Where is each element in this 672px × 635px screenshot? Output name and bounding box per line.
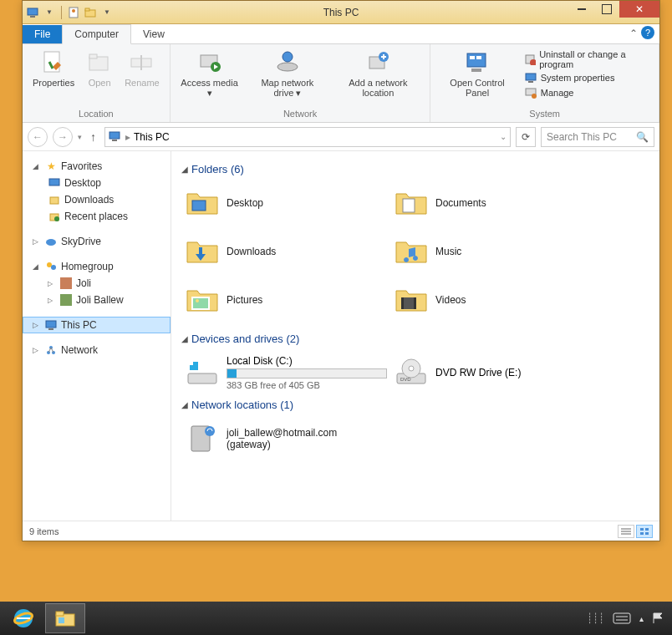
folder-documents[interactable]: Documents [390,182,599,224]
user-icon [59,277,73,290]
history-dropdown-icon[interactable]: ▾ [78,133,82,141]
svg-rect-69 [56,612,64,616]
sidebar-homegroup[interactable]: ◢ Homegroup [23,258,171,275]
expand-arrow-icon[interactable]: ◢ [33,262,41,271]
folder-downloads[interactable]: Downloads [181,231,390,272]
view-toggles [618,525,653,538]
sidebar-downloads[interactable]: Downloads [23,191,171,208]
close-button[interactable] [619,1,659,18]
folder-icon [394,234,429,269]
details-view-button[interactable] [618,525,634,538]
properties-button[interactable]: Properties [28,48,79,107]
svg-rect-71 [613,613,630,623]
expand-arrow-icon[interactable]: ◢ [33,162,41,170]
back-button[interactable]: ← [28,127,48,147]
folder-pictures[interactable]: Pictures [181,279,390,321]
collapse-arrow-icon: ◢ [181,165,188,174]
drives-header-label: Devices and drives (2) [191,333,299,345]
manage-button[interactable]: Manage [524,86,650,99]
drives-group-header[interactable]: ◢ Devices and drives (2) [181,333,649,345]
folder-label: Videos [435,294,466,306]
ribbon-collapse-icon[interactable]: ⌃ [629,28,638,39]
folder-desktop[interactable]: Desktop [181,182,390,224]
homegroup-icon [44,260,58,273]
add-location-label: Add a network location [336,78,420,98]
forward-button[interactable]: → [53,127,73,147]
dvd-icon: DVD [394,355,429,390]
control-panel-button[interactable]: Open Control Panel [435,48,518,107]
breadcrumb-chevron-icon[interactable]: ▸ [125,131,130,143]
netloc-item[interactable]: joli_ballew@hotmail.com (gateway) [181,418,390,460]
sidebar-network[interactable]: ▷ Network [23,342,171,358]
svg-rect-19 [476,56,481,59]
manage-icon [524,86,537,99]
sidebar-hg-user2[interactable]: ▷ Joli Ballew [23,292,171,308]
svg-rect-8 [89,54,97,58]
taskbar-ie[interactable] [3,603,43,633]
system-tray: ┊┊┊ ▴ [587,612,669,625]
folder-videos[interactable]: Videos [390,279,599,321]
svg-point-3 [72,9,75,13]
hg-user2-label: Joli Ballew [76,294,124,306]
qat-icon-computer[interactable] [26,6,39,19]
sys-props-icon [524,71,537,84]
expand-arrow-icon[interactable]: ▷ [33,321,41,329]
folders-group-header[interactable]: ◢ Folders (6) [181,163,649,175]
downloads-icon [48,193,61,206]
maximize-button[interactable] [594,1,619,18]
properties-icon[interactable] [67,6,80,19]
svg-point-55 [409,366,414,371]
flag-icon[interactable] [652,612,664,625]
map-drive-icon [274,49,301,76]
add-location-button[interactable]: Add a network location [331,48,425,107]
sidebar-hg-user1[interactable]: ▷ Joli [23,275,171,292]
sidebar-favorites[interactable]: ◢ ★ Favorites [23,158,171,175]
tab-view[interactable]: View [131,25,176,43]
rename-label: Rename [125,78,160,88]
sidebar-recent[interactable]: Recent places [23,208,171,225]
search-input[interactable]: Search This PC 🔍 [541,127,654,147]
access-media-button[interactable]: Access media ▾ [176,48,244,107]
svg-rect-28 [112,140,117,141]
map-drive-button[interactable]: Map network drive ▾ [245,48,329,107]
taskbar-explorer[interactable] [45,603,85,633]
icons-view-button[interactable] [636,525,653,538]
netloc-icon [185,421,220,456]
help-icon[interactable]: ? [641,26,654,39]
sys-props-button[interactable]: System properties [524,71,650,84]
folder-music[interactable]: Music [390,231,599,272]
sidebar-desktop[interactable]: Desktop [23,175,171,191]
drive-local[interactable]: Local Disk (C:) 383 GB free of 405 GB [181,352,390,394]
content-pane: ◢ Folders (6) Desktop Documents Download… [171,151,659,521]
tray-chevron-icon[interactable]: ▴ [639,614,644,623]
qat-dropdown-icon-2[interactable]: ▼ [100,6,114,19]
netloc-group-header[interactable]: ◢ Network locations (1) [181,399,649,411]
address-dropdown-icon[interactable]: ⌄ [500,132,507,141]
expand-arrow-icon[interactable]: ▷ [33,237,41,246]
sys-props-label: System properties [541,73,615,83]
svg-rect-24 [528,81,533,83]
up-button[interactable]: ↑ [87,130,99,144]
qat-dropdown-icon[interactable]: ▼ [43,6,56,19]
drive-dvd[interactable]: DVD DVD RW Drive (E:) [390,352,599,394]
expand-arrow-icon[interactable]: ▷ [48,280,56,287]
manage-label: Manage [541,88,574,98]
address-bar[interactable]: ▸ This PC ⌄ [104,127,511,147]
refresh-button[interactable]: ⟳ [516,127,536,147]
svg-rect-48 [401,297,404,309]
user-icon [59,293,73,307]
uninstall-button[interactable]: Uninstall or change a program [524,49,650,69]
status-item-count: 9 items [29,526,59,536]
svg-rect-27 [109,132,120,139]
minimize-button[interactable] [569,1,594,18]
sidebar-skydrive[interactable]: ▷ SkyDrive [23,233,171,250]
new-folder-icon[interactable] [84,6,97,19]
expand-arrow-icon[interactable]: ▷ [33,346,41,354]
keyboard-icon[interactable] [613,612,631,624]
collapse-arrow-icon: ◢ [181,400,188,409]
tab-computer[interactable]: Computer [62,24,131,44]
sidebar-thispc[interactable]: ▷ This PC [23,317,171,333]
tab-file[interactable]: File [23,25,62,43]
status-bar: 9 items [23,521,659,541]
expand-arrow-icon[interactable]: ▷ [48,297,56,304]
